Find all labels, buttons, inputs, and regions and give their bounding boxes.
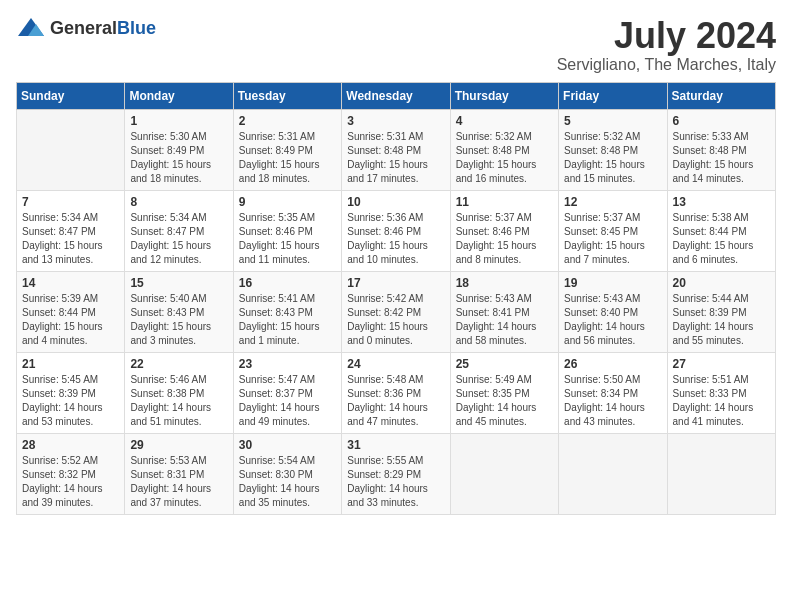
day-number: 10	[347, 195, 444, 209]
day-info: Sunrise: 5:34 AMSunset: 8:47 PMDaylight:…	[22, 211, 119, 267]
title-area: July 2024 Servigliano, The Marches, Ital…	[557, 16, 776, 74]
calendar-cell: 22Sunrise: 5:46 AMSunset: 8:38 PMDayligh…	[125, 352, 233, 433]
day-info: Sunrise: 5:54 AMSunset: 8:30 PMDaylight:…	[239, 454, 336, 510]
calendar-header: SundayMondayTuesdayWednesdayThursdayFrid…	[17, 82, 776, 109]
location-title: Servigliano, The Marches, Italy	[557, 56, 776, 74]
calendar-cell: 4Sunrise: 5:32 AMSunset: 8:48 PMDaylight…	[450, 109, 558, 190]
day-info: Sunrise: 5:53 AMSunset: 8:31 PMDaylight:…	[130, 454, 227, 510]
calendar-cell: 5Sunrise: 5:32 AMSunset: 8:48 PMDaylight…	[559, 109, 667, 190]
calendar-cell: 18Sunrise: 5:43 AMSunset: 8:41 PMDayligh…	[450, 271, 558, 352]
col-header-monday: Monday	[125, 82, 233, 109]
day-info: Sunrise: 5:33 AMSunset: 8:48 PMDaylight:…	[673, 130, 770, 186]
day-number: 25	[456, 357, 553, 371]
day-info: Sunrise: 5:43 AMSunset: 8:40 PMDaylight:…	[564, 292, 661, 348]
calendar-cell: 25Sunrise: 5:49 AMSunset: 8:35 PMDayligh…	[450, 352, 558, 433]
logo-icon	[16, 16, 46, 40]
day-info: Sunrise: 5:43 AMSunset: 8:41 PMDaylight:…	[456, 292, 553, 348]
day-info: Sunrise: 5:48 AMSunset: 8:36 PMDaylight:…	[347, 373, 444, 429]
col-header-thursday: Thursday	[450, 82, 558, 109]
calendar-cell: 3Sunrise: 5:31 AMSunset: 8:48 PMDaylight…	[342, 109, 450, 190]
day-number: 2	[239, 114, 336, 128]
calendar-cell: 7Sunrise: 5:34 AMSunset: 8:47 PMDaylight…	[17, 190, 125, 271]
day-info: Sunrise: 5:34 AMSunset: 8:47 PMDaylight:…	[130, 211, 227, 267]
day-number: 1	[130, 114, 227, 128]
calendar-cell: 1Sunrise: 5:30 AMSunset: 8:49 PMDaylight…	[125, 109, 233, 190]
calendar-cell: 24Sunrise: 5:48 AMSunset: 8:36 PMDayligh…	[342, 352, 450, 433]
day-info: Sunrise: 5:31 AMSunset: 8:48 PMDaylight:…	[347, 130, 444, 186]
day-number: 13	[673, 195, 770, 209]
calendar-cell: 23Sunrise: 5:47 AMSunset: 8:37 PMDayligh…	[233, 352, 341, 433]
day-number: 21	[22, 357, 119, 371]
day-info: Sunrise: 5:42 AMSunset: 8:42 PMDaylight:…	[347, 292, 444, 348]
day-number: 7	[22, 195, 119, 209]
day-info: Sunrise: 5:38 AMSunset: 8:44 PMDaylight:…	[673, 211, 770, 267]
calendar-cell: 11Sunrise: 5:37 AMSunset: 8:46 PMDayligh…	[450, 190, 558, 271]
calendar-cell: 9Sunrise: 5:35 AMSunset: 8:46 PMDaylight…	[233, 190, 341, 271]
day-number: 17	[347, 276, 444, 290]
calendar-cell: 12Sunrise: 5:37 AMSunset: 8:45 PMDayligh…	[559, 190, 667, 271]
day-number: 15	[130, 276, 227, 290]
day-info: Sunrise: 5:39 AMSunset: 8:44 PMDaylight:…	[22, 292, 119, 348]
logo-text-blue: Blue	[117, 18, 156, 38]
day-number: 31	[347, 438, 444, 452]
calendar-cell: 19Sunrise: 5:43 AMSunset: 8:40 PMDayligh…	[559, 271, 667, 352]
calendar-cell: 14Sunrise: 5:39 AMSunset: 8:44 PMDayligh…	[17, 271, 125, 352]
logo: GeneralBlue	[16, 16, 156, 40]
day-number: 20	[673, 276, 770, 290]
day-info: Sunrise: 5:32 AMSunset: 8:48 PMDaylight:…	[456, 130, 553, 186]
calendar-cell: 29Sunrise: 5:53 AMSunset: 8:31 PMDayligh…	[125, 433, 233, 514]
day-number: 16	[239, 276, 336, 290]
day-number: 28	[22, 438, 119, 452]
day-info: Sunrise: 5:40 AMSunset: 8:43 PMDaylight:…	[130, 292, 227, 348]
col-header-friday: Friday	[559, 82, 667, 109]
day-number: 12	[564, 195, 661, 209]
day-number: 8	[130, 195, 227, 209]
day-info: Sunrise: 5:31 AMSunset: 8:49 PMDaylight:…	[239, 130, 336, 186]
day-info: Sunrise: 5:32 AMSunset: 8:48 PMDaylight:…	[564, 130, 661, 186]
calendar-cell: 16Sunrise: 5:41 AMSunset: 8:43 PMDayligh…	[233, 271, 341, 352]
day-info: Sunrise: 5:36 AMSunset: 8:46 PMDaylight:…	[347, 211, 444, 267]
day-number: 3	[347, 114, 444, 128]
day-number: 27	[673, 357, 770, 371]
calendar-cell	[667, 433, 775, 514]
day-info: Sunrise: 5:30 AMSunset: 8:49 PMDaylight:…	[130, 130, 227, 186]
day-info: Sunrise: 5:52 AMSunset: 8:32 PMDaylight:…	[22, 454, 119, 510]
day-number: 29	[130, 438, 227, 452]
calendar-week-5: 28Sunrise: 5:52 AMSunset: 8:32 PMDayligh…	[17, 433, 776, 514]
day-info: Sunrise: 5:47 AMSunset: 8:37 PMDaylight:…	[239, 373, 336, 429]
logo-text-general: General	[50, 18, 117, 38]
calendar-cell	[450, 433, 558, 514]
day-number: 26	[564, 357, 661, 371]
day-number: 6	[673, 114, 770, 128]
col-header-wednesday: Wednesday	[342, 82, 450, 109]
day-number: 19	[564, 276, 661, 290]
day-info: Sunrise: 5:35 AMSunset: 8:46 PMDaylight:…	[239, 211, 336, 267]
calendar-cell: 17Sunrise: 5:42 AMSunset: 8:42 PMDayligh…	[342, 271, 450, 352]
day-info: Sunrise: 5:37 AMSunset: 8:45 PMDaylight:…	[564, 211, 661, 267]
day-info: Sunrise: 5:49 AMSunset: 8:35 PMDaylight:…	[456, 373, 553, 429]
calendar-cell: 30Sunrise: 5:54 AMSunset: 8:30 PMDayligh…	[233, 433, 341, 514]
header: GeneralBlue July 2024 Servigliano, The M…	[16, 16, 776, 74]
calendar-cell: 15Sunrise: 5:40 AMSunset: 8:43 PMDayligh…	[125, 271, 233, 352]
day-number: 5	[564, 114, 661, 128]
day-number: 22	[130, 357, 227, 371]
calendar-table: SundayMondayTuesdayWednesdayThursdayFrid…	[16, 82, 776, 515]
calendar-body: 1Sunrise: 5:30 AMSunset: 8:49 PMDaylight…	[17, 109, 776, 514]
day-number: 4	[456, 114, 553, 128]
day-info: Sunrise: 5:45 AMSunset: 8:39 PMDaylight:…	[22, 373, 119, 429]
calendar-week-1: 1Sunrise: 5:30 AMSunset: 8:49 PMDaylight…	[17, 109, 776, 190]
day-number: 11	[456, 195, 553, 209]
day-info: Sunrise: 5:51 AMSunset: 8:33 PMDaylight:…	[673, 373, 770, 429]
calendar-cell: 10Sunrise: 5:36 AMSunset: 8:46 PMDayligh…	[342, 190, 450, 271]
calendar-cell: 26Sunrise: 5:50 AMSunset: 8:34 PMDayligh…	[559, 352, 667, 433]
calendar-cell: 31Sunrise: 5:55 AMSunset: 8:29 PMDayligh…	[342, 433, 450, 514]
day-number: 18	[456, 276, 553, 290]
calendar-week-4: 21Sunrise: 5:45 AMSunset: 8:39 PMDayligh…	[17, 352, 776, 433]
calendar-cell: 27Sunrise: 5:51 AMSunset: 8:33 PMDayligh…	[667, 352, 775, 433]
day-info: Sunrise: 5:46 AMSunset: 8:38 PMDaylight:…	[130, 373, 227, 429]
calendar-week-2: 7Sunrise: 5:34 AMSunset: 8:47 PMDaylight…	[17, 190, 776, 271]
day-info: Sunrise: 5:37 AMSunset: 8:46 PMDaylight:…	[456, 211, 553, 267]
day-info: Sunrise: 5:44 AMSunset: 8:39 PMDaylight:…	[673, 292, 770, 348]
calendar-cell: 13Sunrise: 5:38 AMSunset: 8:44 PMDayligh…	[667, 190, 775, 271]
col-header-tuesday: Tuesday	[233, 82, 341, 109]
